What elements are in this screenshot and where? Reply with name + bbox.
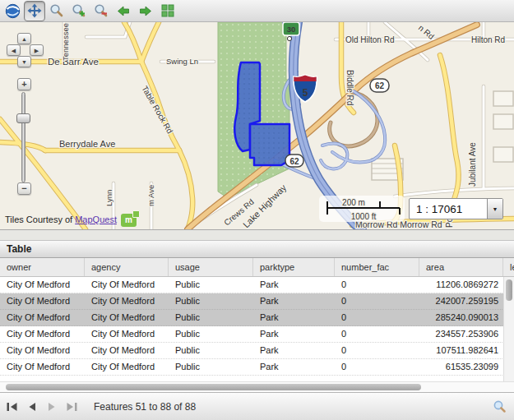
zoom-box-button[interactable] [46,1,67,21]
cell-number-fac: 0 [335,310,419,325]
map-table-splitter[interactable] [0,229,514,240]
road-label-jubilant: Jubilant Ave [468,142,477,187]
route-62-east-label: 62 [375,81,385,90]
cell-owner: City Of Medford [0,359,85,375]
road-label-swing-ln: Swing Ln [166,57,198,66]
cell-parktype: Park [253,293,335,309]
zoom-out-button[interactable] [90,1,112,21]
last-page-button[interactable] [64,399,79,415]
column-header-area[interactable]: area [419,258,503,276]
map-attribution: Tiles Courtesy of MapQuestm [5,214,137,227]
pan-up-button[interactable]: ▲ [17,33,31,44]
last-page-icon [65,401,78,413]
cell-area: 242007.259195 [419,293,503,309]
pan-right-button[interactable]: ▶ [30,44,44,56]
cell-number-fac: 0 [335,326,419,342]
cell-agency: City Of Medford [85,310,169,325]
scale-imperial-label: 1000 ft [351,212,377,221]
scale-metric-label: 200 m [342,198,365,207]
scale-select-dropdown-button[interactable]: ▼ [487,199,502,219]
zoom-out-icon [94,3,109,18]
mapquest-logo: m [121,214,137,227]
cell-usage: Public [169,359,253,375]
route-62-west-label: 62 [289,157,299,166]
road-label-berrydale: Berrydale Ave [59,139,115,149]
cell-owner: City Of Medford [0,343,85,358]
next-page-icon [45,401,58,413]
table-row-selected[interactable]: City Of Medford City Of Medford Public P… [0,310,514,326]
cell-area: 234557.253906 [419,326,503,342]
column-header-parktype[interactable]: parktype [253,258,335,276]
column-header-agency[interactable]: agency [85,258,169,276]
google-earth-icon [5,3,21,19]
zoom-slider-track[interactable] [21,92,25,182]
table-horizontal-scrollbar[interactable] [0,381,514,392]
cell-parktype: Park [253,343,335,358]
zoom-in-button[interactable] [68,1,90,21]
google-earth-button[interactable] [2,1,23,21]
vertical-scrollbar-thumb[interactable] [506,279,512,301]
route-62-shield-east: 62 [370,79,389,92]
map-toolbar [0,0,514,22]
table-row[interactable]: City Of Medford City Of Medford Public P… [0,343,514,359]
road-label-de-barr: De Barr Ave [48,57,99,67]
table-row[interactable]: City Of Medford City Of Medford Public P… [0,277,514,293]
next-page-button[interactable] [44,399,59,415]
cell-usage: Public [169,293,253,309]
horizontal-scrollbar-thumb[interactable] [6,384,421,390]
cell-usage: Public [169,310,253,325]
previous-page-icon [25,401,39,413]
first-page-button[interactable] [5,399,20,415]
cell-agency: City Of Medford [85,359,169,375]
scale-select-value: 1 : 17061 [410,199,487,219]
pan-tool-button[interactable] [24,1,45,21]
road-label-m-ave: m Ave [146,185,155,206]
column-header-len[interactable]: len [503,258,514,276]
selected-park-polygon-2[interactable] [250,124,289,165]
previous-extent-button[interactable] [113,1,134,21]
table-vertical-scrollbar[interactable] [503,277,514,381]
cell-area: 285240.090013 [419,310,503,325]
table-row-selected[interactable]: City Of Medford City Of Medford Public P… [0,293,514,310]
previous-page-button[interactable] [25,399,39,415]
scale-bar-widget: 200 m 1000 ft [319,196,405,222]
cell-agency: City Of Medford [85,326,169,342]
cell-area: 107511.982641 [419,343,503,358]
cell-parktype: Park [253,277,335,293]
zoom-in-icon [72,3,86,18]
road-label-tennessee: Tennessee [61,23,70,61]
features-status-text: Features 51 to 88 of 88 [94,401,196,413]
interstate-5-label: 5 [303,87,308,99]
table-row[interactable]: City Of Medford City Of Medford Public P… [0,326,514,343]
cell-parktype: Park [253,310,335,325]
mapquest-link[interactable]: MapQuest [75,215,117,224]
road-label-hilton: Hilton Rd [471,35,505,44]
next-extent-button[interactable] [135,1,156,21]
zoom-to-selection-button[interactable] [493,399,507,413]
exit-dot [287,36,291,40]
pan-down-button[interactable]: ▼ [17,56,31,67]
full-extent-icon [160,3,175,18]
cell-number-fac: 0 [335,343,419,358]
table-row[interactable]: City Of Medford City Of Medford Public P… [0,359,514,376]
cell-parktype: Park [253,359,335,375]
cell-usage: Public [169,343,253,358]
column-header-owner[interactable]: owner [0,258,85,276]
scale-bar-graphic: 200 m 1000 ft [319,196,405,222]
column-header-usage[interactable]: usage [169,258,253,276]
cell-area: 61535.23099 [419,359,503,375]
full-extent-button[interactable] [157,1,178,21]
zoom-in-map-button[interactable]: + [17,78,31,90]
table-body: City Of Medford City Of Medford Public P… [0,277,514,381]
map-viewport: 30 5 62 62 De Barr Ave Swing Ln Tennesse… [0,22,514,229]
pan-left-button[interactable]: ◀ [7,44,21,56]
zoom-slider-handle[interactable] [16,113,30,123]
cell-owner: City Of Medford [0,277,85,293]
cell-agency: City Of Medford [85,293,169,309]
scale-select[interactable]: 1 : 17061 ▼ [409,198,503,219]
zoom-out-map-button[interactable]: − [17,182,31,195]
green-arrow-left-icon [116,4,131,18]
cell-owner: City Of Medford [0,310,85,325]
magnifier-icon [493,399,507,413]
column-header-number-fac[interactable]: number_fac [335,258,419,276]
